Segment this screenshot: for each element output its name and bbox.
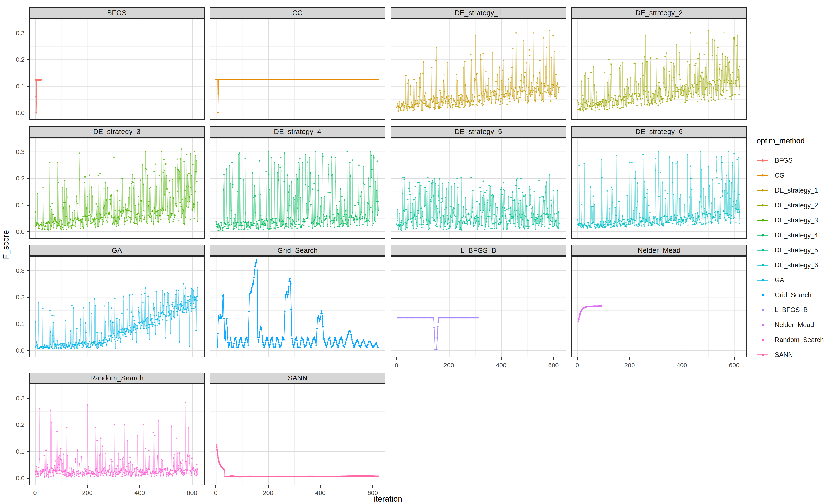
legend-item-de_strategy_3: DE_strategy_3 bbox=[757, 213, 835, 228]
facet-panel-sann bbox=[210, 384, 385, 485]
y-tick-mark bbox=[27, 350, 29, 351]
facet-strip-label: Random_Search bbox=[90, 374, 144, 382]
facet-plot-area bbox=[572, 138, 746, 238]
legend-key-icon bbox=[757, 218, 769, 223]
facet-strip-de_strategy_2: DE_strategy_2 bbox=[571, 7, 747, 19]
y-tick-mark bbox=[27, 231, 29, 232]
facet-strip-label: GA bbox=[112, 246, 122, 255]
legend-item-random_search: Random_Search bbox=[757, 332, 835, 347]
legend-item-label: GA bbox=[775, 276, 784, 284]
y-tick-mark bbox=[27, 398, 29, 399]
facet-strip-de_strategy_6: DE_strategy_6 bbox=[571, 126, 747, 138]
y-tick-label: 0.3 bbox=[8, 267, 25, 274]
y-tick-label: 0.1 bbox=[8, 448, 25, 455]
x-tick-mark bbox=[501, 358, 502, 360]
legend-key-icon bbox=[757, 248, 769, 253]
x-tick-mark bbox=[87, 485, 88, 488]
legend-item-label: DE_strategy_2 bbox=[775, 202, 818, 209]
y-tick-mark bbox=[27, 324, 29, 324]
x-tick-mark bbox=[629, 358, 630, 360]
x-tick-mark bbox=[577, 358, 577, 360]
y-tick-label: 0.3 bbox=[8, 395, 25, 402]
facet-panel-bfgs bbox=[29, 19, 205, 120]
legend-key-icon bbox=[757, 352, 769, 357]
facet-plot-area bbox=[572, 19, 746, 119]
legend-key-icon bbox=[757, 188, 769, 193]
facet-plot-area bbox=[210, 138, 385, 238]
x-tick-mark bbox=[320, 485, 321, 488]
facet-strip-ga: GA bbox=[29, 245, 205, 257]
x-tick-mark bbox=[396, 358, 397, 360]
series-points-de_strategy_5 bbox=[396, 174, 560, 231]
y-tick-label: 0.2 bbox=[8, 56, 25, 63]
facet-plot-area bbox=[210, 257, 385, 357]
legend-key-icon bbox=[757, 233, 769, 238]
legend-item-label: DE_strategy_4 bbox=[775, 231, 818, 239]
legend: optim_method BFGSCGDE_strategy_1DE_strat… bbox=[757, 137, 835, 362]
series-points-ga bbox=[35, 283, 198, 350]
facet-panel-ga bbox=[29, 257, 205, 358]
facet-strip-label: DE_strategy_6 bbox=[635, 128, 683, 136]
x-tick-mark bbox=[449, 358, 449, 360]
facet-strip-label: DE_strategy_2 bbox=[635, 9, 683, 17]
facet-plot-area bbox=[30, 19, 204, 119]
legend-key-icon bbox=[757, 158, 769, 163]
y-tick-label: 0.0 bbox=[8, 228, 25, 235]
facet-strip-label: CG bbox=[292, 9, 303, 17]
y-tick-label: 0.2 bbox=[8, 421, 25, 428]
x-tick-label: 0 bbox=[386, 362, 407, 369]
facet-panel-cg bbox=[210, 19, 385, 120]
facet-strip-label: Nelder_Mead bbox=[638, 246, 680, 255]
series-line-de_strategy_3 bbox=[35, 149, 198, 230]
facet-strip-bfgs: BFGS bbox=[29, 7, 205, 19]
legend-item-label: L_BFGS_B bbox=[775, 306, 808, 314]
x-tick-label: 200 bbox=[439, 362, 460, 369]
y-tick-mark bbox=[27, 478, 29, 479]
legend-item-label: DE_strategy_3 bbox=[775, 217, 818, 224]
legend-item-label: BFGS bbox=[775, 157, 792, 164]
facet-panel-de_strategy_5 bbox=[391, 138, 566, 239]
facet-strip-random_search: Random_Search bbox=[29, 372, 205, 384]
y-tick-mark bbox=[27, 451, 29, 452]
legend-item-label: Grid_Search bbox=[775, 291, 811, 299]
facet-strip-label: BFGS bbox=[107, 9, 127, 17]
y-tick-mark bbox=[27, 270, 29, 271]
x-tick-label: 0 bbox=[567, 362, 588, 369]
legend-item-label: DE_strategy_1 bbox=[775, 187, 818, 194]
x-tick-mark bbox=[139, 485, 140, 488]
x-tick-label: 600 bbox=[543, 362, 564, 369]
facet-panel-grid_search bbox=[210, 257, 385, 358]
faceted-line-chart: F_score iteration BFGS0.00.10.20.3CGDE_s… bbox=[0, 0, 835, 504]
facet-panel-random_search bbox=[29, 384, 205, 485]
x-tick-mark bbox=[268, 485, 269, 488]
facet-strip-de_strategy_5: DE_strategy_5 bbox=[391, 126, 566, 138]
legend-item-label: Random_Search bbox=[775, 336, 824, 344]
facet-plot-area bbox=[30, 257, 204, 357]
y-tick-mark bbox=[27, 297, 29, 298]
legend-item-bfgs: BFGS bbox=[757, 153, 835, 168]
series-line-de_strategy_6 bbox=[577, 152, 740, 228]
series-line-grid_search bbox=[218, 260, 378, 347]
facet-plot-area bbox=[391, 257, 566, 357]
legend-items: BFGSCGDE_strategy_1DE_strategy_2DE_strat… bbox=[757, 153, 835, 362]
series-points-grid_search bbox=[217, 259, 379, 348]
facet-strip-label: L_BFGS_B bbox=[461, 246, 496, 255]
y-tick-label: 0.1 bbox=[8, 83, 25, 90]
facet-strip-de_strategy_1: DE_strategy_1 bbox=[391, 7, 566, 19]
series-line-sann bbox=[217, 445, 378, 477]
x-tick-label: 0 bbox=[24, 489, 45, 497]
series-points-cg bbox=[216, 79, 379, 113]
facet-panel-de_strategy_2 bbox=[571, 19, 747, 120]
series-points-random_search bbox=[35, 402, 198, 478]
x-tick-mark bbox=[35, 485, 35, 488]
legend-item-nelder_mead: Nelder_Mead bbox=[757, 317, 835, 332]
facet-strip-label: DE_strategy_5 bbox=[455, 128, 502, 136]
x-tick-label: 200 bbox=[619, 362, 640, 369]
legend-key-icon bbox=[757, 323, 769, 327]
y-tick-mark bbox=[27, 205, 29, 205]
x-tick-mark bbox=[553, 358, 554, 360]
facet-strip-l_bfgs_b: L_BFGS_B bbox=[391, 245, 566, 257]
x-tick-mark bbox=[734, 358, 734, 360]
y-tick-label: 0.0 bbox=[8, 347, 25, 354]
y-tick-mark bbox=[27, 59, 29, 60]
